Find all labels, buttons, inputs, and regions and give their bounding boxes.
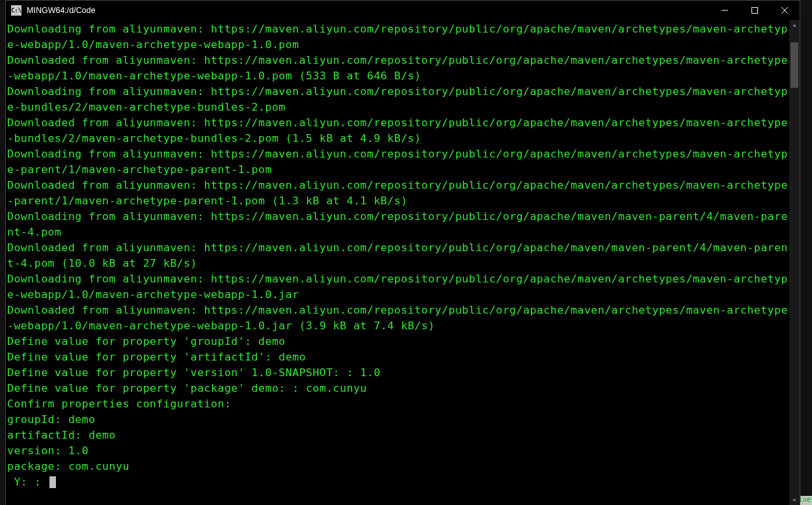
svg-rect-1 xyxy=(752,8,758,14)
terminal-window: C:\ MINGW64:/d/Code Downloading from ali… xyxy=(5,0,800,505)
vertical-scrollbar[interactable] xyxy=(789,20,800,505)
minimize-icon xyxy=(722,7,728,14)
titlebar[interactable]: C:\ MINGW64:/d/Code xyxy=(6,1,800,20)
scroll-down-button[interactable] xyxy=(789,495,800,505)
close-icon xyxy=(781,7,788,14)
scroll-thumb[interactable] xyxy=(791,42,798,88)
window-title: MINGW64:/d/Code xyxy=(25,6,96,15)
terminal-body: Downloading from aliyunmaven: https://ma… xyxy=(6,20,800,505)
svg-marker-4 xyxy=(792,24,796,27)
maximize-button[interactable] xyxy=(740,1,770,20)
close-button[interactable] xyxy=(770,1,800,20)
maximize-icon xyxy=(751,7,758,14)
chevron-down-icon xyxy=(792,498,797,503)
chevron-up-icon xyxy=(792,23,797,28)
terminal-output[interactable]: Downloading from aliyunmaven: https://ma… xyxy=(6,20,789,505)
app-icon: C:\ xyxy=(11,5,21,16)
svg-marker-5 xyxy=(792,499,796,502)
minimize-button[interactable] xyxy=(710,1,740,20)
scroll-up-button[interactable] xyxy=(789,20,800,31)
cursor xyxy=(49,476,56,488)
